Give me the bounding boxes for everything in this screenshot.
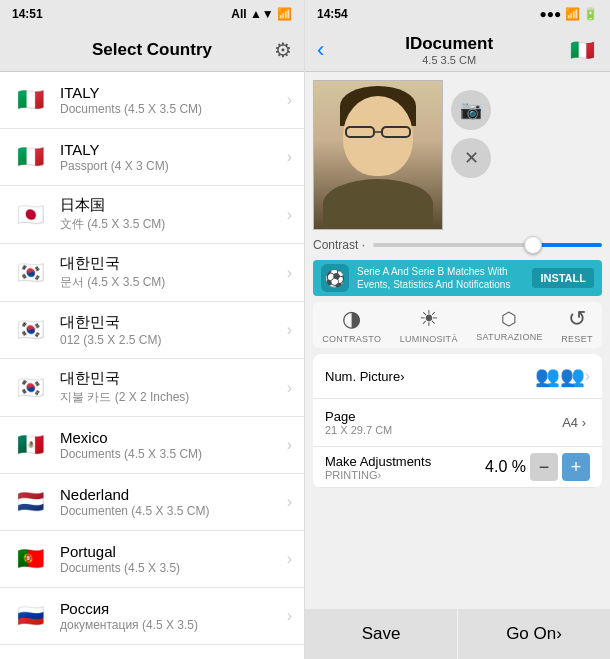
ad-banner[interactable]: ⚽ Serie A And Serie B Matches With Event… <box>313 260 602 296</box>
minus-button[interactable]: − <box>530 453 558 481</box>
num-pictures-label: Num. Picture› <box>325 369 535 384</box>
country-info: ITALY Documents (4.5 X 3.5 CM) <box>60 84 283 116</box>
right-status-bar: 14:54 ●●● 📶 🔋 <box>305 0 610 28</box>
country-flag: 🇰🇷 <box>12 255 48 291</box>
right-header: ‹ IDocument 4.5 3.5 CM 🇮🇹 <box>305 28 610 72</box>
adjustments-label: Make Adjustments <box>325 454 481 469</box>
reset-icon: ↺ <box>568 306 586 332</box>
left-status-bar: 14:51 All ▲▼ 📶 <box>0 0 304 28</box>
adjustment-controls: 4.0 % − + <box>481 453 590 481</box>
country-info: Mexico Documents (4.5 X 3.5 CM) <box>60 429 283 461</box>
left-header: Select Country ⚙ <box>0 28 304 72</box>
adjustments-label-container: Make Adjustments PRINTING› <box>325 454 481 481</box>
country-item[interactable]: 🇷🇺 Россия документация (4.5 X 3.5) › <box>0 588 304 645</box>
close-photo-button[interactable]: ✕ <box>451 138 491 178</box>
num-chevron-icon: › <box>585 367 590 385</box>
page-row[interactable]: Page 21 X 29.7 CM A4 › <box>313 399 602 447</box>
country-flag: 🇮🇹 <box>12 82 48 118</box>
country-item[interactable]: 🇲🇽 Mexico Documents (4.5 X 3.5 CM) › <box>0 417 304 474</box>
chevron-right-icon: › <box>287 550 292 568</box>
page-label-container: Page 21 X 29.7 CM <box>325 409 562 436</box>
svg-rect-0 <box>346 127 374 137</box>
ad-install-button[interactable]: INSTALL <box>532 268 594 288</box>
right-panel: 14:54 ●●● 📶 🔋 ‹ IDocument 4.5 3.5 CM 🇮🇹 <box>305 0 610 659</box>
gear-icon[interactable]: ⚙ <box>274 38 292 62</box>
contrast-row: Contrast · <box>313 236 602 254</box>
contrasto-label: CONTRASTO <box>322 334 381 344</box>
country-item[interactable]: 🇵🇹 Portugal Documents (4.5 X 3.5) › <box>0 531 304 588</box>
contrasto-icon: ◑ <box>342 306 361 332</box>
slider-thumb[interactable] <box>524 236 542 254</box>
tool-luminosita[interactable]: ☀ LUMINOSITÀ <box>400 306 458 344</box>
chevron-right-icon: › <box>287 206 292 224</box>
contrast-slider[interactable] <box>373 243 602 247</box>
country-item[interactable]: 🇮🇹 ITALY Passport (4 X 3 CM) › <box>0 129 304 186</box>
country-sub: Documents (4.5 X 3.5) <box>60 561 283 575</box>
country-sub: 지불 카드 (2 X 2 Inches) <box>60 389 283 406</box>
country-info: 대한민국 문서 (4.5 X 3.5 CM) <box>60 254 283 291</box>
country-flag: 🇨🇭 <box>12 655 48 659</box>
country-name: 대한민국 <box>60 313 283 332</box>
country-sub: 012 (3.5 X 2.5 CM) <box>60 333 283 347</box>
country-flag: 🇳🇱 <box>12 484 48 520</box>
tool-reset[interactable]: ↺ RESET <box>561 306 593 344</box>
country-item[interactable]: 🇰🇷 대한민국 012 (3.5 X 2.5 CM) › <box>0 302 304 359</box>
country-flag: 🇷🇺 <box>12 598 48 634</box>
country-flag: 🇲🇽 <box>12 427 48 463</box>
country-item[interactable]: 🇮🇹 ITALY Documents (4.5 X 3.5 CM) › <box>0 72 304 129</box>
saturazione-label: SATURAZIONE <box>476 332 543 342</box>
country-sub: 文件 (4.5 X 3.5 CM) <box>60 216 283 233</box>
country-item[interactable]: 🇰🇷 대한민국 지불 카드 (2 X 2 Inches) › <box>0 359 304 417</box>
country-name: ITALY <box>60 84 283 101</box>
country-item[interactable]: 🇳🇱 Nederland Documenten (4.5 X 3.5 CM) › <box>0 474 304 531</box>
photo-container <box>313 80 443 230</box>
country-info: ITALY Passport (4 X 3 CM) <box>60 141 283 173</box>
country-info: 日本国 文件 (4.5 X 3.5 CM) <box>60 196 283 233</box>
portrait-face <box>343 96 413 176</box>
num-pictures-row[interactable]: Num. Picture› 👥👥 › <box>313 354 602 399</box>
adjustments-row: Make Adjustments PRINTING› 4.0 % − + <box>313 447 602 488</box>
camera-button[interactable]: 📷 <box>451 90 491 130</box>
contrast-label: Contrast · <box>313 238 365 252</box>
right-subtitle: 4.5 3.5 CM <box>332 54 566 66</box>
left-time: 14:51 <box>12 7 43 21</box>
country-name: 대한민국 <box>60 369 283 388</box>
tool-saturazione[interactable]: ⬡ SATURAZIONE <box>476 308 543 342</box>
country-name: Nederland <box>60 486 283 503</box>
country-sub: Documents (4.5 X 3.5 CM) <box>60 102 283 116</box>
chevron-right-icon: › <box>287 379 292 397</box>
country-sub: Passport (4 X 3 CM) <box>60 159 283 173</box>
country-info: Россия документация (4.5 X 3.5) <box>60 600 283 632</box>
chevron-right-icon: › <box>287 493 292 511</box>
portrait-body <box>323 179 433 229</box>
page-sub: 21 X 29.7 CM <box>325 424 562 436</box>
country-info: 대한민국 012 (3.5 X 2.5 CM) <box>60 313 283 347</box>
chevron-right-icon: › <box>287 148 292 166</box>
plus-button[interactable]: + <box>562 453 590 481</box>
country-sub: Documenten (4.5 X 3.5 CM) <box>60 504 283 518</box>
ad-icon: ⚽ <box>321 264 349 292</box>
country-item[interactable]: 🇰🇷 대한민국 문서 (4.5 X 3.5 CM) › <box>0 244 304 302</box>
country-sub: 문서 (4.5 X 3.5 CM) <box>60 274 283 291</box>
country-info: 대한민국 지불 카드 (2 X 2 Inches) <box>60 369 283 406</box>
country-flag: 🇵🇹 <box>12 541 48 577</box>
photo-buttons: 📷 ✕ <box>451 80 491 178</box>
saturazione-icon: ⬡ <box>501 308 517 330</box>
save-button[interactable]: Save <box>305 609 457 659</box>
left-network: All ▲▼ 📶 <box>231 7 292 21</box>
country-item[interactable]: 🇨🇭 Switzerland Documents (4.5 X 3.5 Cm) … <box>0 645 304 659</box>
toolbar-row: ◑ CONTRASTO ☀ LUMINOSITÀ ⬡ SATURAZIONE ↺… <box>313 302 602 348</box>
go-on-button[interactable]: Go On› <box>458 609 610 659</box>
svg-rect-1 <box>382 127 410 137</box>
tool-contrasto[interactable]: ◑ CONTRASTO <box>322 306 381 344</box>
country-item[interactable]: 🇯🇵 日本国 文件 (4.5 X 3.5 CM) › <box>0 186 304 244</box>
country-flag-header: 🇮🇹 <box>566 34 598 66</box>
back-button[interactable]: ‹ <box>317 37 324 63</box>
glasses-svg <box>344 123 412 139</box>
country-sub: документация (4.5 X 3.5) <box>60 618 283 632</box>
ad-text: Serie A And Serie B Matches With Events,… <box>357 265 524 291</box>
country-list: 🇮🇹 ITALY Documents (4.5 X 3.5 CM) › 🇮🇹 I… <box>0 72 304 659</box>
bottom-buttons: Save Go On› <box>305 609 610 659</box>
right-title: IDocument <box>332 34 566 54</box>
country-flag: 🇯🇵 <box>12 197 48 233</box>
